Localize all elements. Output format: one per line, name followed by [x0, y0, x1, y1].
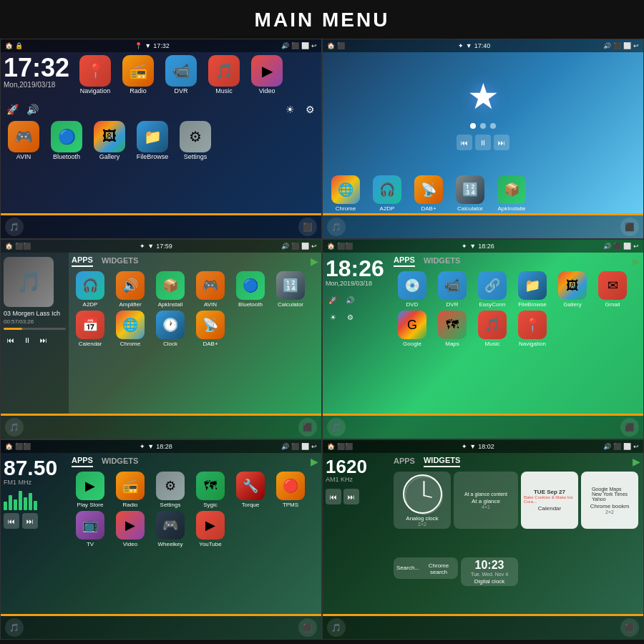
media-icon-5[interactable]: 🎵 [5, 618, 24, 637]
app-video[interactable]: ▶ Video [247, 55, 287, 95]
tab-apps-4[interactable]: APPS [394, 255, 415, 267]
play-btn[interactable]: ⏸ [475, 135, 491, 150]
next-track[interactable]: ⏭ [36, 333, 51, 347]
apps-icon-5[interactable]: ⬛ [298, 618, 317, 637]
app-gmail[interactable]: ✉ Gmail [594, 271, 631, 308]
app-calculator-2[interactable]: 🔢 Calculator [452, 175, 489, 212]
app-dab-3[interactable]: 📡 DAB+ [192, 311, 229, 347]
app-clock-3[interactable]: 🕐 Clock [152, 311, 189, 347]
app-settings-5[interactable]: ⚙ Settings [152, 472, 189, 508]
app-avin-3[interactable]: 🎮 AVIN [192, 271, 229, 308]
back-icon-6[interactable]: ↩ [633, 443, 639, 450]
app-radio[interactable]: 📻 Radio [118, 55, 158, 95]
media-icon-1[interactable]: 🎵 [5, 218, 24, 236]
app-navigation[interactable]: 📍 Navigation [75, 55, 115, 95]
am-next[interactable]: ⏭ [343, 489, 359, 504]
app-easyconn[interactable]: 🔗 EasyConn [474, 271, 511, 308]
media-icon-3[interactable]: 🎵 [5, 418, 24, 436]
volume-icon[interactable]: 🔊 [24, 101, 41, 118]
tab-apps-6[interactable]: APPS [394, 457, 415, 467]
home-icon-2[interactable]: 🏠 [327, 42, 335, 49]
tab-widgets-4[interactable]: WIDGETS [424, 256, 460, 266]
apps-icon-2[interactable]: ⬛ [620, 218, 639, 236]
app-calendar-3[interactable]: 📅 Calendar [72, 311, 109, 347]
fm-prev[interactable]: ⏮ [4, 513, 19, 529]
sidebar-icon-3[interactable]: ☀ [326, 310, 340, 324]
back-icon-4[interactable]: ↩ [633, 243, 639, 250]
app-a2dp-2[interactable]: 🎧 A2DP [369, 175, 406, 212]
app-playstore[interactable]: ▶ Play Store [72, 472, 109, 508]
app-torque[interactable]: 🔧 Torque [232, 472, 269, 508]
apps-icon-4[interactable]: ⬛ [620, 418, 639, 436]
sun-icon[interactable]: ☀ [281, 101, 298, 118]
eq-icon[interactable]: ⚙ [301, 101, 318, 118]
play-store-btn-5[interactable]: ▶ [311, 456, 318, 467]
prev-btn[interactable]: ⏮ [457, 135, 472, 150]
app-maps[interactable]: 🗺 Maps [434, 311, 471, 347]
app-dvr[interactable]: 📹 DVR [161, 55, 201, 95]
home-icon-1[interactable]: 🏠 [5, 42, 13, 49]
sidebar-icon-1[interactable]: 🚀 [326, 293, 340, 307]
back-icon-5[interactable]: ↩ [311, 443, 317, 450]
chrome-search-widget[interactable]: Search... Chrome search [394, 557, 458, 579]
app-music-4[interactable]: 🎵 Music [474, 311, 511, 347]
play-store-btn-6[interactable]: ▶ [633, 456, 640, 467]
app-wheelkey[interactable]: 🎮 Wheelkey [152, 511, 189, 547]
app-calculator-3[interactable]: 🔢 Calculator [272, 271, 309, 308]
media-icon-6[interactable]: 🎵 [327, 618, 346, 637]
tab-apps-3[interactable]: APPS [72, 255, 93, 267]
calendar-widget[interactable]: TUE Sep 27 Bake Cookies & Make Ice Crea.… [521, 472, 578, 529]
prev-track[interactable]: ⏮ [4, 333, 18, 347]
back-icon[interactable]: ↩ [311, 42, 317, 49]
app-tv[interactable]: 📺 TV [72, 511, 109, 547]
am-prev[interactable]: ⏮ [326, 489, 341, 504]
app-dab-2[interactable]: 📡 DAB+ [410, 175, 447, 212]
home-icon-3[interactable]: 🏠 [5, 243, 13, 250]
analog-clock-widget[interactable]: Analog clock 2×2 [394, 472, 451, 529]
chrome-bookmark-widget[interactable]: Google Maps New York Times Yahoo Chrome … [581, 472, 638, 529]
app-bluetooth[interactable]: 🔵 Bluetooth [47, 121, 87, 161]
app-settings[interactable]: ⚙ Settings [175, 121, 215, 161]
app-music[interactable]: 🎵 Music [204, 55, 244, 95]
apps-icon-1[interactable]: ⬛ [298, 218, 317, 236]
app-apk-2[interactable]: 📦 ApkInstalle [493, 175, 530, 212]
back-icon-2[interactable]: ↩ [633, 42, 639, 49]
tab-widgets-5[interactable]: WIDGETS [102, 457, 138, 467]
at-a-glance-widget[interactable]: At a glance content At a glance 4×1 [454, 472, 518, 529]
app-chrome-2[interactable]: 🌐 Chrome [327, 175, 364, 212]
next-btn[interactable]: ⏭ [494, 135, 509, 150]
apps-icon-6[interactable]: ⬛ [620, 618, 639, 637]
app-amplifier[interactable]: 🔊 Amplifier [112, 271, 149, 308]
home-icon-5[interactable]: 🏠 [5, 443, 13, 450]
app-avin[interactable]: 🎮 AVIN [4, 121, 44, 161]
play-store-btn-3[interactable]: ▶ [311, 255, 318, 267]
home-icon-6[interactable]: 🏠 [327, 443, 335, 450]
sidebar-icon-2[interactable]: 🔊 [343, 293, 357, 307]
app-gallery-4[interactable]: 🖼 Gallery [554, 271, 591, 308]
app-dvd[interactable]: 💿 DVD [394, 271, 431, 308]
play-pause[interactable]: ⏸ [20, 333, 34, 347]
app-youtube[interactable]: ▶ YouTube [192, 511, 229, 547]
app-chrome-3[interactable]: 🌐 Chrome [112, 311, 149, 347]
app-tpms[interactable]: 🔴 TPMS [272, 472, 309, 508]
tab-widgets-6[interactable]: WIDGETS [424, 456, 460, 467]
back-icon-3[interactable]: ↩ [311, 243, 317, 250]
apps-icon-3[interactable]: ⬛ [298, 418, 317, 436]
app-apk-3[interactable]: 📦 ApkInstall [152, 271, 189, 308]
app-sygic[interactable]: 🗺 Sygic [192, 472, 229, 508]
app-video-5[interactable]: ▶ Video [112, 511, 149, 547]
app-dvr-4[interactable]: 📹 DVR [434, 271, 471, 308]
app-filebrowse-4[interactable]: 📁 FileBrowse [514, 271, 551, 308]
app-filebrowse[interactable]: 📁 FileBrowse [132, 121, 172, 161]
fm-next[interactable]: ⏭ [22, 513, 38, 529]
app-a2dp-3[interactable]: 🎧 A2DP [72, 271, 109, 308]
app-gallery[interactable]: 🖼 Gallery [89, 121, 130, 161]
brightness-icon[interactable]: 🚀 [4, 101, 21, 118]
sidebar-icon-4[interactable]: ⚙ [343, 310, 357, 324]
home-icon-4[interactable]: 🏠 [327, 243, 335, 250]
media-icon-2[interactable]: 🎵 [327, 218, 346, 236]
app-bluetooth-3[interactable]: 🔵 Bluetooth [232, 271, 269, 308]
tab-widgets-3[interactable]: WIDGETS [102, 256, 138, 266]
app-navigation-4[interactable]: 📍 Navigation [514, 311, 551, 347]
app-google[interactable]: G Google [394, 311, 431, 347]
